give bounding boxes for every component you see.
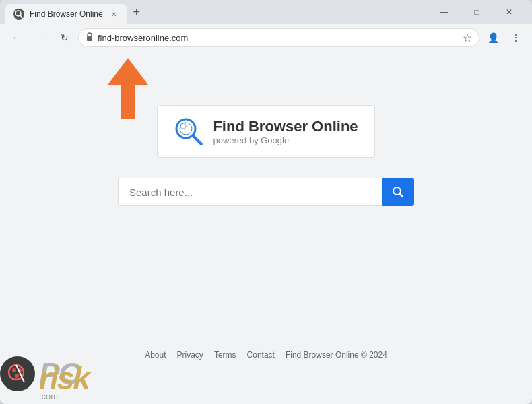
- svg-rect-2: [87, 36, 92, 41]
- svg-point-13: [15, 374, 19, 378]
- close-button[interactable]: ✕: [494, 2, 524, 22]
- pcrisk-logo-icon: [7, 363, 28, 384]
- svg-line-5: [193, 135, 201, 144]
- profile-button[interactable]: 👤: [482, 27, 504, 48]
- bookmark-icon[interactable]: ☆: [463, 32, 472, 44]
- footer-contact-link[interactable]: Contact: [247, 350, 275, 360]
- menu-button[interactable]: ⋮: [505, 27, 527, 48]
- logo-title: Find Browser Online: [213, 118, 358, 135]
- footer-copyright: Find Browser Online © 2024: [286, 350, 387, 360]
- nav-right-icons: 👤 ⋮: [482, 27, 527, 48]
- svg-marker-3: [108, 58, 148, 119]
- reload-button[interactable]: ↻: [54, 27, 75, 48]
- svg-line-1: [20, 15, 22, 18]
- tab-strip: Find Browser Online ✕ +: [5, 0, 427, 24]
- logo-text-area: Find Browser Online powered by Google: [213, 118, 358, 145]
- maximize-button[interactable]: □: [462, 2, 492, 22]
- minimize-button[interactable]: —: [430, 2, 459, 22]
- pcrisk-watermark: PC risk .com: [0, 343, 189, 404]
- navigation-bar: ← → ↻ find-browseronline.com ☆ 👤 ⋮: [0, 24, 532, 51]
- pcrisk-risk-text: risk .com: [39, 363, 89, 401]
- address-bar[interactable]: find-browseronline.com ☆: [78, 28, 479, 47]
- search-icon: [392, 186, 404, 198]
- tab-title: Find Browser Online: [30, 9, 103, 19]
- tab-favicon: [13, 9, 24, 20]
- logo-icon: [174, 116, 203, 146]
- window-controls: — □ ✕: [430, 2, 527, 22]
- svg-point-11: [12, 368, 16, 372]
- new-tab-button[interactable]: +: [127, 3, 146, 22]
- logo-subtitle: powered by Google: [213, 135, 358, 145]
- active-tab[interactable]: Find Browser Online ✕: [5, 4, 127, 24]
- address-text: find-browseronline.com: [98, 33, 459, 43]
- svg-line-9: [400, 194, 403, 197]
- tab-close-button[interactable]: ✕: [108, 9, 119, 20]
- browser-window: Find Browser Online ✕ + — □ ✕ ← → ↻ find…: [0, 0, 532, 404]
- search-container: [118, 178, 414, 206]
- search-button[interactable]: [382, 178, 414, 206]
- logo-container: Find Browser Online powered by Google: [157, 105, 374, 158]
- search-input[interactable]: [118, 178, 382, 206]
- svg-point-0: [15, 11, 21, 16]
- forward-button[interactable]: →: [30, 27, 51, 48]
- address-lock-icon: [86, 32, 94, 44]
- footer-terms-link[interactable]: Terms: [214, 350, 236, 360]
- back-button[interactable]: ←: [5, 27, 27, 48]
- page-content: Find Browser Online powered by Google Ab…: [0, 51, 532, 404]
- title-bar: Find Browser Online ✕ + — □ ✕: [0, 0, 532, 24]
- pcrisk-icon: [0, 356, 35, 391]
